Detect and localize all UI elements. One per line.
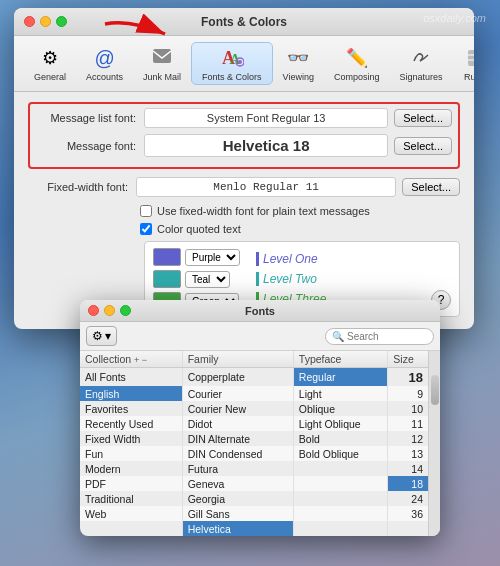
watermark-text: osxdaily.com (423, 12, 486, 24)
minimize-button[interactable] (40, 16, 51, 27)
fonts-table: Collection + − Family Typeface Size All … (80, 351, 428, 536)
fonts-gear-button[interactable]: ⚙ ▾ (86, 326, 117, 346)
fonts-table-container: Collection + − Family Typeface Size All … (80, 351, 440, 536)
toolbar-accounts-label: Accounts (86, 72, 123, 82)
table-row[interactable]: Helvetica (80, 521, 428, 536)
table-row[interactable]: EnglishCourierLight9 (80, 386, 428, 401)
toolbar-viewing-label: Viewing (283, 72, 314, 82)
fonts-colors-icon: A A (219, 45, 245, 71)
table-row[interactable]: PDFGeneva18 (80, 476, 428, 491)
fonts-search-box[interactable]: 🔍 (325, 328, 434, 345)
toolbar-composing[interactable]: ✏️ Composing (324, 43, 390, 84)
gear-icon: ⚙ (92, 329, 103, 343)
scrollbar-thumb (431, 375, 439, 405)
color-quoted-text-label: Color quoted text (157, 223, 241, 235)
table-row[interactable]: WebGill Sans36 (80, 506, 428, 521)
message-list-font-select-btn[interactable]: Select... (394, 109, 452, 127)
message-list-font-row: Message list font: System Font Regular 1… (36, 108, 452, 128)
size-header: Size (388, 351, 428, 368)
add-remove-header: + − (134, 355, 147, 365)
fixed-width-font-field: Menlo Regular 11 (136, 177, 396, 197)
toolbar-fonts-colors[interactable]: A A Fonts & Colors (191, 42, 273, 85)
use-fixed-width-checkbox[interactable] (140, 205, 152, 217)
maximize-button[interactable] (56, 16, 67, 27)
fonts-titlebar: Fonts (80, 300, 440, 322)
fonts-minimize-button[interactable] (104, 305, 115, 316)
message-font-row: Message font: Helvetica 18 Select... (36, 134, 452, 157)
toolbar-signatures[interactable]: Signatures (390, 43, 453, 84)
highlighted-font-rows: Message list font: System Font Regular 1… (28, 102, 460, 169)
traffic-lights (24, 16, 67, 27)
message-list-font-label: Message list font: (36, 112, 144, 124)
svg-rect-6 (468, 50, 474, 66)
typeface-header: Typeface (293, 351, 388, 368)
rules-icon (463, 45, 474, 71)
table-row[interactable]: ModernFutura14 (80, 461, 428, 476)
fonts-close-button[interactable] (88, 305, 99, 316)
fonts-maximize-button[interactable] (120, 305, 131, 316)
teal-select[interactable]: Teal (185, 271, 230, 288)
table-row[interactable]: FunDIN CondensedBold Oblique13 (80, 446, 428, 461)
toolbar-general[interactable]: ⚙ General (24, 43, 76, 84)
red-arrow (100, 14, 180, 54)
table-row[interactable]: All FontsCopperplateRegular18 (80, 368, 428, 387)
message-font-field: Helvetica 18 (144, 134, 388, 157)
table-row[interactable]: Recently UsedDidotLight Oblique11 (80, 416, 428, 431)
svg-point-5 (238, 60, 242, 64)
main-content: Message list font: System Font Regular 1… (14, 92, 474, 329)
fonts-table-scroll: Collection + − Family Typeface Size All … (80, 351, 428, 536)
table-row[interactable]: FavoritesCourier NewOblique10 (80, 401, 428, 416)
fonts-traffic-lights (88, 305, 131, 316)
color-select-purple: Purple (153, 248, 244, 266)
fonts-window: Fonts ⚙ ▾ 🔍 Collection + − Family (80, 300, 440, 536)
use-fixed-width-row: Use fixed-width font for plain text mess… (140, 205, 460, 217)
purple-select[interactable]: Purple (185, 249, 240, 266)
fonts-colors-window: Fonts & Colors ⚙ General @ Accounts Junk… (14, 8, 474, 329)
level-one-text: Level One (256, 252, 423, 266)
fonts-scrollbar[interactable] (428, 351, 440, 536)
table-row[interactable]: Fixed WidthDIN AlternateBold12 (80, 431, 428, 446)
general-icon: ⚙ (37, 45, 63, 71)
color-quoted-text-checkbox[interactable] (140, 223, 152, 235)
viewing-icon: 👓 (285, 45, 311, 71)
message-font-select-btn[interactable]: Select... (394, 137, 452, 155)
main-window-title: Fonts & Colors (14, 15, 474, 29)
color-select-teal: Teal (153, 270, 244, 288)
close-button[interactable] (24, 16, 35, 27)
message-list-font-field: System Font Regular 13 (144, 108, 388, 128)
family-header: Family (182, 351, 293, 368)
fixed-width-font-row: Fixed-width font: Menlo Regular 11 Selec… (28, 177, 460, 197)
toolbar-viewing[interactable]: 👓 Viewing (273, 43, 324, 84)
toolbar-junk-mail-label: Junk Mail (143, 72, 181, 82)
fixed-width-font-select-btn[interactable]: Select... (402, 178, 460, 196)
toolbar-signatures-label: Signatures (400, 72, 443, 82)
color-quoted-text-row: Color quoted text (140, 223, 460, 235)
message-font-label: Message font: (36, 140, 144, 152)
fonts-gear-chevron: ▾ (105, 329, 111, 343)
svg-text:A: A (230, 52, 241, 67)
use-fixed-width-label: Use fixed-width font for plain text mess… (157, 205, 370, 217)
teal-swatch (153, 270, 181, 288)
fonts-window-title: Fonts (80, 305, 440, 317)
purple-swatch (153, 248, 181, 266)
toolbar-composing-label: Composing (334, 72, 380, 82)
fixed-width-font-label: Fixed-width font: (28, 181, 136, 193)
toolbar-rules-label: Rules (464, 72, 474, 82)
composing-icon: ✏️ (344, 45, 370, 71)
toolbar-fonts-colors-label: Fonts & Colors (202, 72, 262, 82)
collection-header: Collection + − (80, 351, 182, 368)
toolbar-general-label: General (34, 72, 66, 82)
signatures-icon (408, 45, 434, 71)
main-titlebar: Fonts & Colors (14, 8, 474, 36)
toolbar-rules[interactable]: Rules (453, 43, 474, 84)
fonts-search-input[interactable] (347, 331, 427, 342)
search-icon: 🔍 (332, 331, 344, 342)
fonts-toolbar: ⚙ ▾ 🔍 (80, 322, 440, 351)
main-toolbar: ⚙ General @ Accounts Junk Mail A A (14, 36, 474, 92)
table-row[interactable]: TraditionalGeorgia24 (80, 491, 428, 506)
level-two-text: Level Two (256, 272, 423, 286)
